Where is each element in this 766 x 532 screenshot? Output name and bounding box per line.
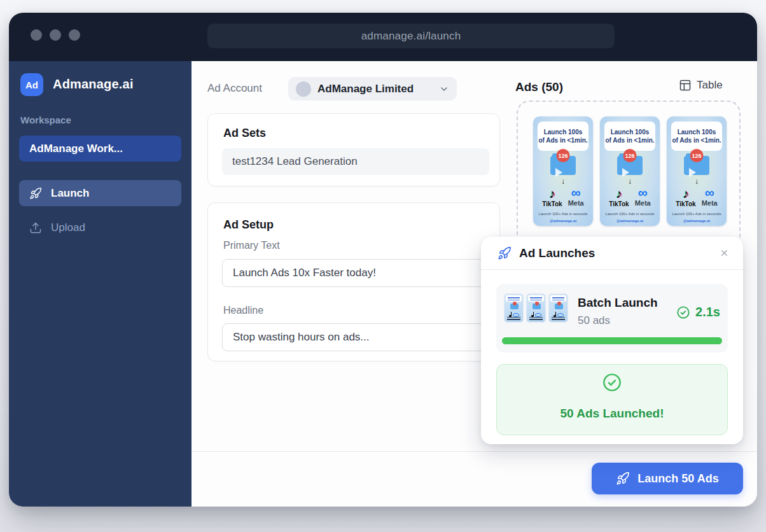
play-icon bbox=[689, 168, 696, 177]
tiktok-icon: ♪ bbox=[616, 188, 622, 200]
primary-text-label: Primary Text bbox=[223, 240, 280, 251]
browser-titlebar: admanage.ai/launch bbox=[9, 13, 757, 61]
primary-text-input[interactable]: Launch Ads 10x Faster today! bbox=[222, 259, 489, 287]
ad-preview-card[interactable]: Launch 100s of Ads in <1min. 126 ↓ ♪ Tik… bbox=[533, 116, 593, 226]
ad-launches-modal: Ad Launches Batch Launch 50 ads bbox=[481, 237, 743, 444]
tiktok-label: TikTok bbox=[609, 201, 629, 207]
window-control-dot[interactable] bbox=[31, 29, 42, 41]
address-bar[interactable]: admanage.ai/launch bbox=[207, 24, 615, 48]
ad-preview-card[interactable]: Launch 100s of Ads in <1min. 126 ↓ ♪ Tik… bbox=[600, 116, 660, 226]
ads-panel-title: Ads (50) bbox=[515, 80, 563, 94]
table-view-button[interactable]: Table bbox=[679, 79, 723, 92]
app-logo: Ad bbox=[20, 73, 43, 96]
ad-handle: @admanage.ai bbox=[533, 219, 593, 223]
chevron-down-icon bbox=[439, 84, 449, 94]
meta-label: Meta bbox=[702, 200, 718, 207]
ad-thumbnail bbox=[526, 293, 546, 323]
ad-preview-card[interactable]: Launch 100s of Ads in <1min. 126 ↓ ♪ Tik… bbox=[667, 116, 727, 226]
ad-headline-bubble: Launch 100s of Ads in <1min. bbox=[538, 122, 588, 151]
ad-subtext: Launch 100+ Ads in seconds bbox=[600, 212, 660, 216]
notification-badge: 126 bbox=[690, 149, 704, 162]
ad-sets-card: Ad Sets test1234 Lead Generation bbox=[207, 113, 500, 186]
meta-label: Meta bbox=[635, 200, 651, 207]
batch-thumbnails bbox=[504, 293, 568, 323]
meta-icon: ∞ bbox=[638, 186, 648, 199]
down-arrow-icon: ↓ bbox=[600, 178, 660, 185]
down-arrow-icon: ↓ bbox=[533, 178, 593, 185]
play-icon bbox=[622, 168, 629, 177]
ad-headline-bubble: Launch 100s of Ads in <1min. bbox=[604, 122, 655, 151]
check-circle-icon bbox=[676, 305, 690, 319]
launch-ads-button[interactable]: Launch 50 Ads bbox=[592, 463, 743, 494]
batch-duration: 2.1s bbox=[695, 305, 720, 319]
batch-title: Batch Launch bbox=[578, 296, 658, 310]
desktop-background: admanage.ai/launch Ad Admanage.ai Worksp… bbox=[0, 0, 766, 532]
table-button-label: Table bbox=[697, 79, 723, 92]
close-icon[interactable] bbox=[720, 248, 729, 258]
ad-thumbnail bbox=[504, 293, 524, 323]
progress-bar bbox=[502, 337, 722, 344]
ad-thumbnail bbox=[548, 293, 568, 323]
ad-account-value: AdManage Limited bbox=[317, 83, 433, 95]
primary-text-value: Launch Ads 10x Faster today! bbox=[233, 267, 376, 279]
ad-handle: @admanage.ai bbox=[667, 219, 727, 223]
meta-icon: ∞ bbox=[705, 186, 714, 199]
rocket-icon bbox=[616, 472, 630, 486]
rocket-icon bbox=[498, 246, 512, 260]
ad-set-name: test1234 Lead Generation bbox=[232, 155, 358, 168]
table-icon bbox=[679, 79, 692, 92]
sidebar-item-label: Launch bbox=[51, 187, 89, 200]
tiktok-icon: ♪ bbox=[549, 188, 555, 200]
batch-ad-count: 50 ads bbox=[578, 314, 610, 327]
headline-value: Stop wasting hours on ads... bbox=[233, 331, 370, 344]
meta-label: Meta bbox=[568, 200, 584, 207]
notification-badge: 126 bbox=[557, 149, 570, 162]
batch-launch-row[interactable]: Batch Launch 50 ads 2.1s bbox=[496, 284, 728, 353]
modal-header: Ad Launches bbox=[481, 237, 743, 270]
tiktok-label: TikTok bbox=[542, 201, 562, 207]
check-circle-icon bbox=[602, 372, 622, 393]
launch-button-label: Launch 50 Ads bbox=[637, 472, 718, 486]
browser-window: admanage.ai/launch Ad Admanage.ai Worksp… bbox=[9, 13, 757, 507]
sidebar-item-label: Upload bbox=[51, 221, 85, 234]
footer-divider bbox=[192, 451, 757, 452]
down-arrow-icon: ↓ bbox=[667, 178, 727, 185]
app-name: Admanage.ai bbox=[53, 77, 134, 92]
rocket-icon bbox=[29, 187, 42, 200]
sidebar-item-launch[interactable]: Launch bbox=[19, 180, 181, 206]
play-icon bbox=[555, 168, 562, 177]
folder-icon: 126 bbox=[684, 156, 709, 175]
tiktok-label: TikTok bbox=[676, 201, 695, 207]
main-content: Ad Account AdManage Limited Ad Sets test… bbox=[192, 61, 757, 507]
ad-subtext: Launch 100+ Ads in seconds bbox=[667, 212, 727, 216]
sidebar: Ad Admanage.ai Workspace AdManage Work..… bbox=[9, 61, 192, 507]
ad-handle: @admanage.ai bbox=[600, 219, 660, 223]
modal-title: Ad Launches bbox=[519, 246, 712, 260]
folder-icon: 126 bbox=[550, 156, 576, 175]
upload-icon bbox=[29, 221, 42, 234]
launch-success-box: 50 Ads Launched! bbox=[496, 364, 728, 435]
success-message: 50 Ads Launched! bbox=[497, 407, 727, 421]
workspace-section-label: Workspace bbox=[20, 115, 71, 125]
ad-setup-title: Ad Setup bbox=[223, 218, 274, 232]
notification-badge: 126 bbox=[623, 149, 637, 162]
ad-headline-bubble: Launch 100s of Ads in <1min. bbox=[671, 122, 722, 151]
sidebar-item-upload[interactable]: Upload bbox=[19, 214, 181, 241]
ad-account-label: Ad Account bbox=[207, 82, 262, 95]
ad-account-selector[interactable]: AdManage Limited bbox=[288, 77, 457, 101]
folder-icon: 126 bbox=[617, 156, 643, 175]
ad-set-item[interactable]: test1234 Lead Generation bbox=[222, 148, 489, 175]
ad-subtext: Launch 100+ Ads in seconds bbox=[533, 212, 593, 216]
headline-label: Headline bbox=[223, 305, 263, 316]
url-text: admanage.ai/launch bbox=[361, 30, 461, 43]
tiktok-icon: ♪ bbox=[683, 188, 689, 200]
headline-input[interactable]: Stop wasting hours on ads... bbox=[222, 323, 489, 351]
workspace-name: AdManage Work... bbox=[29, 143, 123, 155]
meta-icon: ∞ bbox=[571, 186, 581, 199]
ad-setup-card: Ad Setup Primary Text Launch Ads 10x Fas… bbox=[207, 202, 500, 361]
workspace-selector[interactable]: AdManage Work... bbox=[19, 136, 181, 162]
window-control-dot[interactable] bbox=[50, 29, 61, 41]
window-control-dot[interactable] bbox=[69, 29, 80, 41]
ad-sets-title: Ad Sets bbox=[223, 127, 266, 140]
account-avatar bbox=[296, 81, 311, 97]
